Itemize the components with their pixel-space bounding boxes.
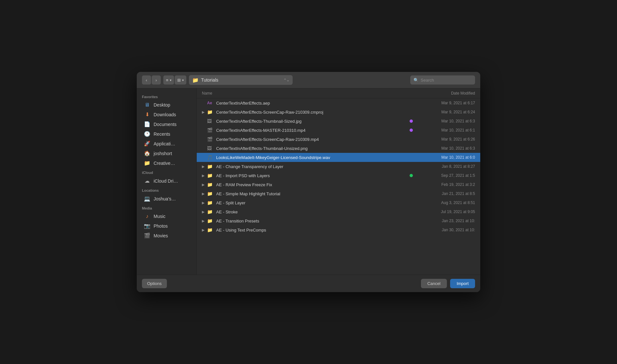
list-view-button[interactable]: ≡ ▾ xyxy=(163,75,174,85)
file-name: CenterTextInAfterEffects-Thumbnail-Unsiz… xyxy=(216,146,417,151)
sidebar-item-recents[interactable]: 🕐 Recents xyxy=(139,129,194,139)
sidebar-item-mac[interactable]: 💻 Joshua's… xyxy=(139,194,194,203)
file-type-icon: 🎬 xyxy=(207,128,214,133)
mac-icon: 💻 xyxy=(144,196,150,202)
table-row[interactable]: 🖼 CenterTextInAfterEffects-Thumbnail-Uns… xyxy=(197,144,480,153)
table-row[interactable]: ▶ 📁 AE - Simple Map Highlight Tutorial J… xyxy=(197,189,480,198)
file-list: Ae CenterTextInAfterEffects.aep Mar 9, 2… xyxy=(197,98,480,275)
sidebar-item-movies[interactable]: 🎬 Movies xyxy=(139,231,194,240)
location-bar[interactable]: 📁 Tutorials ⌃⌄ xyxy=(189,75,293,85)
sidebar-applications-label: Applicati… xyxy=(154,141,175,146)
expand-icon: ▶ xyxy=(202,110,207,114)
file-type-icon: 🖼 xyxy=(207,119,214,124)
table-row[interactable]: 🎵 LooksLikeWeMadeIt-MikeyGeiger-Licensed… xyxy=(197,153,480,162)
sidebar-icloud-label: iCloud Dri… xyxy=(154,178,178,184)
list-view-chevron: ▾ xyxy=(170,78,171,82)
file-name: AE - Transition Presets xyxy=(216,219,417,223)
file-date: Feb 19, 2021 at 3:2 xyxy=(417,182,475,187)
search-icon: 🔍 xyxy=(413,78,419,83)
sidebar-photos-label: Photos xyxy=(154,223,168,229)
file-date: Sep 27, 2021 at 1:5 xyxy=(417,173,475,178)
sidebar-creative-label: Creative… xyxy=(154,161,175,166)
sidebar-item-documents[interactable]: 📄 Documents xyxy=(139,119,194,129)
sidebar-mac-label: Joshua's… xyxy=(154,196,176,201)
expand-icon: ▶ xyxy=(202,192,207,196)
sidebar-item-downloads[interactable]: ⬇ Downloads xyxy=(139,110,194,119)
file-type-icon: 🖼 xyxy=(207,146,214,151)
col-name-header: Name xyxy=(202,91,410,96)
sidebar-item-photos[interactable]: 📷 Photos xyxy=(139,221,194,231)
table-row[interactable]: ▶ 📁 AE - Stroke Jul 19, 2021 at 9:05 xyxy=(197,207,480,216)
file-date: Mar 10, 2021 at 6:0 xyxy=(417,155,475,160)
options-button[interactable]: Options xyxy=(142,279,167,288)
import-button[interactable]: Import xyxy=(450,279,475,288)
downloads-icon: ⬇ xyxy=(144,111,150,118)
file-date: Jul 19, 2021 at 9:05 xyxy=(417,210,475,214)
expand-icon: ▶ xyxy=(202,210,207,214)
sidebar-item-music[interactable]: ♪ Music xyxy=(139,212,194,221)
expand-icon: ▶ xyxy=(202,174,207,178)
sidebar-item-creative[interactable]: 📁 Creative… xyxy=(139,158,194,168)
sidebar-item-icloud[interactable]: ☁ iCloud Dri… xyxy=(139,176,194,186)
cancel-button[interactable]: Cancel xyxy=(421,279,447,288)
sidebar-item-applications[interactable]: 🚀 Applicati… xyxy=(139,139,194,148)
file-name: AE - Stroke xyxy=(216,210,417,214)
folder-icon: 📁 xyxy=(192,77,199,83)
search-bar[interactable]: 🔍 Search xyxy=(410,75,475,85)
file-type-icon: 📁 xyxy=(207,227,214,233)
file-date: Jan 30, 2021 at 10: xyxy=(417,228,475,232)
back-button[interactable]: ‹ xyxy=(142,75,151,85)
table-row[interactable]: ▶ 📁 AE - RAM Preview Freeze Fix Feb 19, … xyxy=(197,180,480,189)
documents-icon: 📄 xyxy=(144,121,150,127)
file-date: Mar 10, 2021 at 6:3 xyxy=(417,146,475,151)
sidebar-desktop-label: Desktop xyxy=(154,102,170,108)
file-name: LooksLikeWeMadeIt-MikeyGeiger-Licensed-S… xyxy=(216,155,417,160)
sidebar-movies-label: Movies xyxy=(154,233,168,238)
search-placeholder: Search xyxy=(421,78,434,83)
file-name: AE - Change Transparency of Layer xyxy=(216,164,417,169)
forward-button[interactable]: › xyxy=(152,75,161,85)
sidebar-item-desktop[interactable]: 🖥 Desktop xyxy=(139,100,194,109)
file-type-icon: Ae xyxy=(207,101,214,105)
recents-icon: 🕐 xyxy=(144,131,150,137)
music-icon: ♪ xyxy=(144,213,150,219)
locations-label: Locations xyxy=(137,186,196,194)
file-type-icon: 📁 xyxy=(207,200,214,205)
table-row[interactable]: ▶ 📁 AE - Change Transparency of Layer Ja… xyxy=(197,162,480,171)
file-name: CenterTextInAfterEffects-MASTER-210310.m… xyxy=(216,128,410,133)
table-row[interactable]: 🎬 CenterTextInAfterEffects-ScreenCap-Raw… xyxy=(197,135,480,144)
file-header: Name Date Modified xyxy=(197,88,480,98)
movies-icon: 🎬 xyxy=(144,233,150,239)
table-row[interactable]: ▶ 📁 AE - Using Text PreComps Jan 30, 202… xyxy=(197,225,480,234)
grid-view-button[interactable]: ⊞ ▾ xyxy=(175,75,186,85)
table-row[interactable]: ▶ 📁 AE - Transition Presets Jan 23, 2021… xyxy=(197,216,480,225)
table-row[interactable]: 🖼 CenterTextInAfterEffects-Thumbnail-Siz… xyxy=(197,117,480,126)
file-type-icon: 📁 xyxy=(207,209,214,214)
table-row[interactable]: ▶ 📁 AE - Import PSD with Layers Sep 27, … xyxy=(197,171,480,180)
file-type-icon: 📁 xyxy=(207,182,214,187)
file-date: Mar 10, 2021 at 6:3 xyxy=(417,119,475,123)
expand-icon: ▶ xyxy=(202,219,207,223)
file-date: Jan 23, 2021 at 10: xyxy=(417,219,475,223)
file-date: Jan 21, 2021 at 8:5 xyxy=(417,191,475,196)
icloud-label: iCloud xyxy=(137,168,196,176)
file-date: Mar 9, 2021 at 6:24 xyxy=(417,110,475,114)
table-row[interactable]: 🎬 CenterTextInAfterEffects-MASTER-210310… xyxy=(197,126,480,135)
table-row[interactable]: ▶ 📁 AE - Split Layer Aug 3, 2021 at 8:51 xyxy=(197,198,480,207)
file-name: AE - Using Text PreComps xyxy=(216,228,417,233)
file-date: Mar 9, 2021 at 6:17 xyxy=(417,101,475,105)
file-name: CenterTextInAfterEffects-ScreenCap-Raw-2… xyxy=(216,137,417,142)
file-name: CenterTextInAfterEffects-ScreenCap-Raw-2… xyxy=(216,110,417,115)
file-date: Jan 8, 2021 at 8:27 xyxy=(417,164,475,169)
sidebar-item-joshshort[interactable]: 🏠 joshshort xyxy=(139,149,194,158)
sidebar-music-label: Music xyxy=(154,214,166,219)
table-row[interactable]: ▶ 📁 CenterTextInAfterEffects-ScreenCap-R… xyxy=(197,108,480,117)
file-date: Mar 10, 2021 at 6:1 xyxy=(417,128,475,132)
footer-actions: Cancel Import xyxy=(421,279,475,288)
media-label: Media xyxy=(137,204,196,211)
file-type-icon: 📁 xyxy=(207,164,214,169)
expand-icon: ▶ xyxy=(202,183,207,187)
file-date: Mar 9, 2021 at 6:26 xyxy=(417,137,475,142)
file-type-icon: 📁 xyxy=(207,191,214,196)
table-row[interactable]: Ae CenterTextInAfterEffects.aep Mar 9, 2… xyxy=(197,98,480,108)
